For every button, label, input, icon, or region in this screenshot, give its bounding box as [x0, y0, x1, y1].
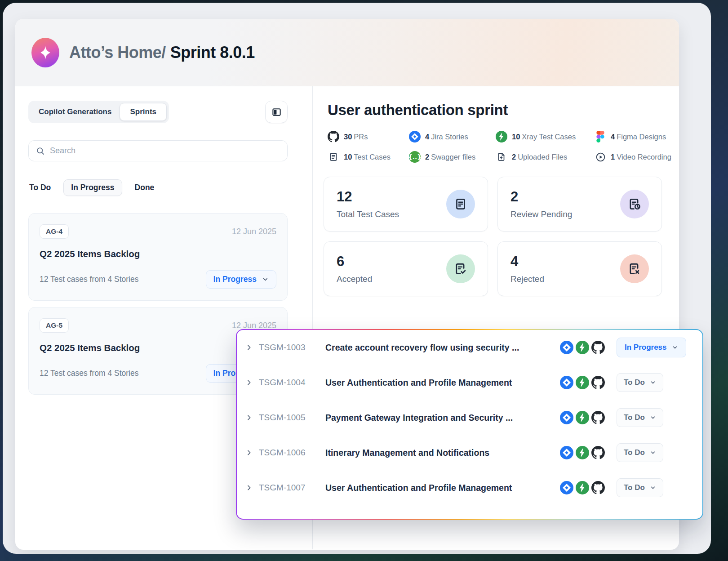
stories-overlay-panel: TSGM-1003 Create account recovery flow u…: [236, 329, 703, 520]
expand-chevron-icon[interactable]: [245, 449, 253, 456]
expand-chevron-icon[interactable]: [245, 344, 253, 351]
chevron-down-icon: [650, 485, 656, 491]
sprint-stats: 30PRs 4Jira Stories 10Xray Test Cases: [324, 131, 679, 163]
search-input[interactable]: [50, 146, 280, 156]
test-cases-icon: [328, 151, 339, 163]
chevron-down-icon: [672, 344, 678, 351]
story-row-tsgm-1005[interactable]: TSGM-1005 Payment Gateway Integration an…: [245, 400, 692, 435]
view-segmented-control: Copilot Generations Sprints: [28, 101, 169, 123]
expand-chevron-icon[interactable]: [245, 484, 253, 491]
xray-icon: [496, 131, 507, 142]
jira-icon: [560, 411, 573, 424]
page-title: Atto’s Home/Sprint 8.0.1: [69, 43, 255, 62]
story-status-dropdown[interactable]: To Do: [617, 408, 663, 427]
document-x-icon: [620, 254, 649, 283]
chevron-down-icon: [650, 414, 656, 421]
card-id-badge: AG-5: [40, 318, 69, 333]
stat-video-recording: 1Video Recording: [595, 151, 679, 163]
atto-logo: [31, 38, 59, 67]
filter-done[interactable]: Done: [134, 180, 155, 196]
story-source-icons: [560, 341, 605, 354]
jira-icon: [560, 341, 573, 354]
github-icon: [591, 446, 605, 459]
stat-xray-test-cases: 10Xray Test Cases: [496, 131, 595, 142]
chevron-down-icon: [262, 276, 269, 283]
story-id: TSGM-1005: [259, 413, 317, 423]
story-row-tsgm-1006[interactable]: TSGM-1006 Itinerary Management and Notif…: [245, 435, 692, 470]
story-row-tsgm-1004[interactable]: TSGM-1004 User Authentication and Profil…: [245, 365, 692, 400]
stat-figma-designs: 4Figma Designs: [595, 131, 679, 142]
story-source-icons: [560, 481, 605, 494]
summary-card-accepted: 6 Accepted: [324, 241, 488, 296]
xray-icon: [576, 446, 589, 459]
card-subtitle: 12 Test cases from 4 Stories: [40, 275, 138, 284]
github-icon: [328, 131, 339, 142]
jira-icon: [560, 481, 573, 494]
card-status-dropdown[interactable]: In Progress: [206, 270, 276, 289]
document-check-icon: [446, 254, 475, 283]
story-status-dropdown[interactable]: To Do: [617, 478, 663, 497]
story-row-tsgm-1003[interactable]: TSGM-1003 Create account recovery flow u…: [245, 330, 692, 365]
app-header: Atto’s Home/Sprint 8.0.1: [15, 19, 679, 86]
story-id: TSGM-1006: [259, 448, 317, 458]
story-title: Create account recovery flow using secur…: [325, 343, 554, 353]
story-id: TSGM-1004: [259, 378, 317, 387]
stat-test-cases: 10Test Cases: [328, 151, 409, 163]
stat-prs: 30PRs: [328, 131, 409, 142]
collapse-sidebar-button[interactable]: [265, 101, 288, 123]
story-source-icons: [560, 376, 605, 389]
tab-sprints[interactable]: Sprints: [120, 103, 167, 121]
card-date: 12 Jun 2025: [232, 227, 276, 236]
generation-card-ag4[interactable]: AG-4 12 Jun 2025 Q2 2025 Items Backlog 1…: [28, 213, 288, 301]
xray-icon: [576, 481, 589, 494]
filter-todo[interactable]: To Do: [28, 180, 52, 196]
github-icon: [591, 376, 605, 389]
jira-icon: [409, 131, 421, 142]
card-title: Q2 2025 Items Backlog: [40, 249, 276, 259]
story-id: TSGM-1007: [259, 483, 317, 493]
summary-cards: 12 Total Test Cases 2 Review Pending: [324, 177, 679, 296]
story-title: Payment Gateway Integration and Security…: [325, 413, 554, 423]
github-icon: [591, 481, 605, 494]
expand-chevron-icon[interactable]: [245, 379, 253, 386]
story-status-dropdown[interactable]: In Progress: [617, 338, 686, 357]
story-id: TSGM-1003: [259, 343, 317, 352]
card-id-badge: AG-4: [40, 224, 69, 239]
story-source-icons: [560, 411, 605, 424]
search-icon: [36, 147, 45, 156]
summary-card-total: 12 Total Test Cases: [324, 177, 488, 232]
github-icon: [591, 411, 605, 424]
story-row-tsgm-1007[interactable]: TSGM-1007 User Authentication and Profil…: [245, 470, 692, 505]
filter-in-progress[interactable]: In Progress: [63, 179, 122, 196]
svg-text:{..}: {..}: [409, 153, 421, 160]
search-box[interactable]: [28, 140, 288, 161]
xray-icon: [576, 341, 589, 354]
stat-jira-stories: 4Jira Stories: [409, 131, 496, 142]
story-title: User Authentication and Profile Manageme…: [325, 378, 554, 388]
stat-swagger-files: {..} 2Swagger files: [409, 151, 496, 163]
expand-chevron-icon[interactable]: [245, 414, 253, 421]
video-recording-icon: [595, 151, 606, 163]
status-filters: To Do In Progress Done: [28, 179, 288, 196]
figma-icon: [595, 131, 606, 142]
github-icon: [591, 341, 605, 354]
sparkle-icon: [38, 44, 53, 61]
xray-icon: [576, 376, 589, 389]
panel-left-icon: [271, 107, 282, 117]
stat-uploaded-files: 2Uploaded Files: [496, 151, 595, 163]
summary-card-rejected: 4 Rejected: [497, 241, 662, 296]
story-title: User Authentication and Profile Manageme…: [325, 483, 554, 493]
jira-icon: [560, 376, 573, 389]
xray-icon: [576, 411, 589, 424]
sprint-title: User authentication sprint: [324, 102, 679, 119]
story-status-dropdown[interactable]: To Do: [617, 373, 663, 392]
card-subtitle: 12 Test cases from 4 Stories: [40, 369, 138, 378]
story-status-dropdown[interactable]: To Do: [617, 443, 663, 462]
story-source-icons: [560, 446, 605, 459]
breadcrumb: Atto’s Home/: [69, 43, 166, 62]
story-title: Itinerary Management and Notifications: [325, 448, 554, 458]
jira-icon: [560, 446, 573, 459]
tab-copilot-generations[interactable]: Copilot Generations: [31, 103, 120, 121]
summary-card-review-pending: 2 Review Pending: [497, 177, 662, 232]
document-lines-icon: [446, 190, 475, 218]
